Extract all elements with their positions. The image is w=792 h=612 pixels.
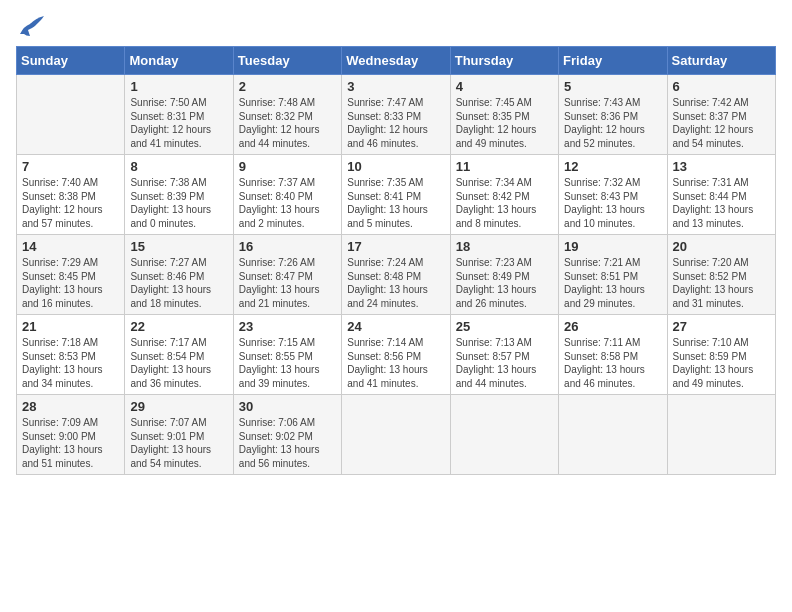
day-number: 30: [239, 399, 336, 414]
calendar-cell: 23Sunrise: 7:15 AM Sunset: 8:55 PM Dayli…: [233, 315, 341, 395]
cell-content: Sunrise: 7:23 AM Sunset: 8:49 PM Dayligh…: [456, 256, 553, 310]
calendar-cell: 13Sunrise: 7:31 AM Sunset: 8:44 PM Dayli…: [667, 155, 775, 235]
column-header-tuesday: Tuesday: [233, 47, 341, 75]
calendar-cell: [17, 75, 125, 155]
cell-content: Sunrise: 7:10 AM Sunset: 8:59 PM Dayligh…: [673, 336, 770, 390]
header: [16, 16, 776, 38]
column-header-thursday: Thursday: [450, 47, 558, 75]
day-number: 22: [130, 319, 227, 334]
column-header-friday: Friday: [559, 47, 667, 75]
cell-content: Sunrise: 7:31 AM Sunset: 8:44 PM Dayligh…: [673, 176, 770, 230]
calendar-cell: 19Sunrise: 7:21 AM Sunset: 8:51 PM Dayli…: [559, 235, 667, 315]
day-number: 13: [673, 159, 770, 174]
cell-content: Sunrise: 7:45 AM Sunset: 8:35 PM Dayligh…: [456, 96, 553, 150]
day-number: 5: [564, 79, 661, 94]
calendar-cell: 8Sunrise: 7:38 AM Sunset: 8:39 PM Daylig…: [125, 155, 233, 235]
cell-content: Sunrise: 7:14 AM Sunset: 8:56 PM Dayligh…: [347, 336, 444, 390]
cell-content: Sunrise: 7:37 AM Sunset: 8:40 PM Dayligh…: [239, 176, 336, 230]
day-number: 20: [673, 239, 770, 254]
cell-content: Sunrise: 7:09 AM Sunset: 9:00 PM Dayligh…: [22, 416, 119, 470]
cell-content: Sunrise: 7:13 AM Sunset: 8:57 PM Dayligh…: [456, 336, 553, 390]
calendar-cell: 28Sunrise: 7:09 AM Sunset: 9:00 PM Dayli…: [17, 395, 125, 475]
calendar-cell: 9Sunrise: 7:37 AM Sunset: 8:40 PM Daylig…: [233, 155, 341, 235]
calendar-cell: 15Sunrise: 7:27 AM Sunset: 8:46 PM Dayli…: [125, 235, 233, 315]
calendar-cell: 30Sunrise: 7:06 AM Sunset: 9:02 PM Dayli…: [233, 395, 341, 475]
logo: [16, 16, 48, 38]
cell-content: Sunrise: 7:48 AM Sunset: 8:32 PM Dayligh…: [239, 96, 336, 150]
day-number: 6: [673, 79, 770, 94]
day-number: 11: [456, 159, 553, 174]
calendar-cell: 10Sunrise: 7:35 AM Sunset: 8:41 PM Dayli…: [342, 155, 450, 235]
cell-content: Sunrise: 7:40 AM Sunset: 8:38 PM Dayligh…: [22, 176, 119, 230]
cell-content: Sunrise: 7:21 AM Sunset: 8:51 PM Dayligh…: [564, 256, 661, 310]
calendar-week-row: 14Sunrise: 7:29 AM Sunset: 8:45 PM Dayli…: [17, 235, 776, 315]
day-number: 16: [239, 239, 336, 254]
calendar-cell: [667, 395, 775, 475]
calendar-cell: 18Sunrise: 7:23 AM Sunset: 8:49 PM Dayli…: [450, 235, 558, 315]
cell-content: Sunrise: 7:15 AM Sunset: 8:55 PM Dayligh…: [239, 336, 336, 390]
day-number: 9: [239, 159, 336, 174]
calendar-week-row: 1Sunrise: 7:50 AM Sunset: 8:31 PM Daylig…: [17, 75, 776, 155]
calendar-cell: 27Sunrise: 7:10 AM Sunset: 8:59 PM Dayli…: [667, 315, 775, 395]
calendar-cell: 7Sunrise: 7:40 AM Sunset: 8:38 PM Daylig…: [17, 155, 125, 235]
cell-content: Sunrise: 7:06 AM Sunset: 9:02 PM Dayligh…: [239, 416, 336, 470]
calendar-cell: 1Sunrise: 7:50 AM Sunset: 8:31 PM Daylig…: [125, 75, 233, 155]
day-number: 1: [130, 79, 227, 94]
day-number: 25: [456, 319, 553, 334]
day-number: 27: [673, 319, 770, 334]
calendar-week-row: 28Sunrise: 7:09 AM Sunset: 9:00 PM Dayli…: [17, 395, 776, 475]
cell-content: Sunrise: 7:07 AM Sunset: 9:01 PM Dayligh…: [130, 416, 227, 470]
calendar-cell: 12Sunrise: 7:32 AM Sunset: 8:43 PM Dayli…: [559, 155, 667, 235]
day-number: 8: [130, 159, 227, 174]
cell-content: Sunrise: 7:42 AM Sunset: 8:37 PM Dayligh…: [673, 96, 770, 150]
logo-bird-icon: [16, 16, 44, 38]
calendar-cell: 4Sunrise: 7:45 AM Sunset: 8:35 PM Daylig…: [450, 75, 558, 155]
cell-content: Sunrise: 7:32 AM Sunset: 8:43 PM Dayligh…: [564, 176, 661, 230]
day-number: 10: [347, 159, 444, 174]
calendar-cell: 24Sunrise: 7:14 AM Sunset: 8:56 PM Dayli…: [342, 315, 450, 395]
day-number: 19: [564, 239, 661, 254]
calendar-cell: [559, 395, 667, 475]
cell-content: Sunrise: 7:35 AM Sunset: 8:41 PM Dayligh…: [347, 176, 444, 230]
day-number: 2: [239, 79, 336, 94]
day-number: 3: [347, 79, 444, 94]
cell-content: Sunrise: 7:47 AM Sunset: 8:33 PM Dayligh…: [347, 96, 444, 150]
day-number: 28: [22, 399, 119, 414]
calendar-cell: 21Sunrise: 7:18 AM Sunset: 8:53 PM Dayli…: [17, 315, 125, 395]
day-number: 21: [22, 319, 119, 334]
column-header-monday: Monday: [125, 47, 233, 75]
day-number: 23: [239, 319, 336, 334]
calendar-week-row: 7Sunrise: 7:40 AM Sunset: 8:38 PM Daylig…: [17, 155, 776, 235]
day-number: 14: [22, 239, 119, 254]
calendar-cell: 6Sunrise: 7:42 AM Sunset: 8:37 PM Daylig…: [667, 75, 775, 155]
cell-content: Sunrise: 7:24 AM Sunset: 8:48 PM Dayligh…: [347, 256, 444, 310]
day-number: 15: [130, 239, 227, 254]
day-number: 29: [130, 399, 227, 414]
calendar-cell: 11Sunrise: 7:34 AM Sunset: 8:42 PM Dayli…: [450, 155, 558, 235]
day-number: 7: [22, 159, 119, 174]
day-number: 4: [456, 79, 553, 94]
cell-content: Sunrise: 7:26 AM Sunset: 8:47 PM Dayligh…: [239, 256, 336, 310]
day-number: 24: [347, 319, 444, 334]
calendar-cell: 29Sunrise: 7:07 AM Sunset: 9:01 PM Dayli…: [125, 395, 233, 475]
calendar-cell: 26Sunrise: 7:11 AM Sunset: 8:58 PM Dayli…: [559, 315, 667, 395]
cell-content: Sunrise: 7:50 AM Sunset: 8:31 PM Dayligh…: [130, 96, 227, 150]
cell-content: Sunrise: 7:20 AM Sunset: 8:52 PM Dayligh…: [673, 256, 770, 310]
cell-content: Sunrise: 7:29 AM Sunset: 8:45 PM Dayligh…: [22, 256, 119, 310]
day-number: 26: [564, 319, 661, 334]
cell-content: Sunrise: 7:17 AM Sunset: 8:54 PM Dayligh…: [130, 336, 227, 390]
day-number: 12: [564, 159, 661, 174]
column-header-sunday: Sunday: [17, 47, 125, 75]
cell-content: Sunrise: 7:18 AM Sunset: 8:53 PM Dayligh…: [22, 336, 119, 390]
calendar-cell: 2Sunrise: 7:48 AM Sunset: 8:32 PM Daylig…: [233, 75, 341, 155]
cell-content: Sunrise: 7:27 AM Sunset: 8:46 PM Dayligh…: [130, 256, 227, 310]
calendar-cell: 16Sunrise: 7:26 AM Sunset: 8:47 PM Dayli…: [233, 235, 341, 315]
day-number: 17: [347, 239, 444, 254]
calendar-cell: 5Sunrise: 7:43 AM Sunset: 8:36 PM Daylig…: [559, 75, 667, 155]
cell-content: Sunrise: 7:11 AM Sunset: 8:58 PM Dayligh…: [564, 336, 661, 390]
cell-content: Sunrise: 7:38 AM Sunset: 8:39 PM Dayligh…: [130, 176, 227, 230]
calendar-table: SundayMondayTuesdayWednesdayThursdayFrid…: [16, 46, 776, 475]
calendar-cell: 25Sunrise: 7:13 AM Sunset: 8:57 PM Dayli…: [450, 315, 558, 395]
calendar-week-row: 21Sunrise: 7:18 AM Sunset: 8:53 PM Dayli…: [17, 315, 776, 395]
cell-content: Sunrise: 7:34 AM Sunset: 8:42 PM Dayligh…: [456, 176, 553, 230]
